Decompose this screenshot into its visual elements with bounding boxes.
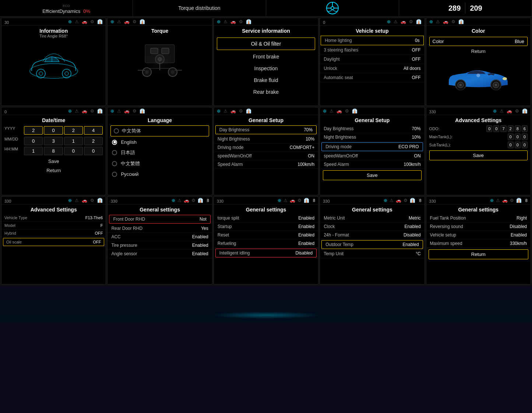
odo-d5[interactable]: 8 [515, 125, 521, 132]
daylight-row[interactable]: Daylight OFF [320, 55, 424, 64]
mt-d1[interactable]: 0 [508, 133, 514, 140]
genset2-header: 330 ⊕ ⚠ 🚗 ⚙ 👔 8 [214, 197, 318, 204]
speed-alarm-row-1[interactable]: Speed Alarm 100km/h [214, 160, 318, 169]
mt-d2[interactable]: 0 [515, 133, 521, 140]
eff-dyn-cell[interactable]: ECO EfficientDynamics 0% [0, 0, 133, 16]
night-brightness-row-2[interactable]: Night Brightness 10% [320, 133, 424, 142]
dt-save[interactable]: Save [4, 157, 103, 165]
day-d1[interactable]: 1 [64, 137, 83, 145]
genset4-return[interactable]: Return [429, 249, 528, 259]
outdoor-temp-row[interactable]: Outdoor Temp Enabled [321, 240, 423, 249]
front-brake-item[interactable]: Front brake [214, 51, 318, 63]
mt-d3[interactable]: 0 [522, 133, 528, 140]
driving-mode-row-2[interactable]: Driving mode ECO PRO [321, 142, 423, 151]
hybrid-row[interactable]: Hybrid OFF [1, 229, 106, 237]
acc-row[interactable]: ACC Enabled [108, 233, 212, 241]
odo-d6[interactable]: 6 [522, 125, 528, 132]
max-speed-row[interactable]: Maximum speed 330km/h [426, 239, 531, 248]
month-d2[interactable]: 3 [44, 137, 63, 145]
genset4-header: 330 ⊕ ⚠ 🚗 ⚙ 👔 8 [426, 197, 531, 204]
reversing-sound-row[interactable]: Reversing sound Disabled [426, 222, 531, 231]
fuel-tank-row[interactable]: Fuel Tank Position Right [426, 214, 531, 222]
day-brightness-row-1[interactable]: Day Brightness 70% [215, 125, 317, 134]
angle-sensor-row[interactable]: Angle sensor Enabled [108, 250, 212, 258]
car-icon-genset2: 🚗 [290, 198, 295, 203]
year-d4[interactable]: 4 [84, 126, 103, 135]
st-d2[interactable]: 0 [515, 142, 521, 148]
auto-seat-value: OFF [412, 75, 421, 80]
lang-cn-simplified[interactable]: 中文简体 [110, 125, 209, 136]
set-icon-s: ⚙ [239, 19, 243, 24]
night-brightness-row-1[interactable]: Night Brightness 10% [214, 135, 318, 143]
front-door-row[interactable]: Front Door RHD Not [109, 215, 210, 224]
year-d1[interactable]: 2 [24, 126, 43, 135]
speed-alarm-row-2[interactable]: Speed Alarm 100km/h [320, 160, 424, 169]
oil-scale-row[interactable]: Oil scale OFF [3, 238, 104, 246]
torque-split-row[interactable]: torque split Enabled [214, 214, 318, 222]
warn-icon-s: ⚠ [223, 19, 228, 24]
set-icon-as2: ⚙ [90, 198, 94, 203]
lang-japanese[interactable]: 日本語 [108, 147, 212, 158]
speed-warn-row-1[interactable]: speedWarnOnOff ON [214, 152, 318, 160]
color-return[interactable]: Return [429, 47, 528, 55]
warn-icon-as2: ⚠ [75, 198, 79, 203]
shirt-icon-gs1: 👔 [246, 108, 251, 114]
24h-format-row[interactable]: 24h - Format Disabled [320, 231, 424, 239]
lang-russian[interactable]: Русский [108, 169, 212, 179]
settings-icon-info: ⚙ [90, 19, 94, 24]
st-d1[interactable]: 0 [508, 142, 514, 148]
genset3-title: General settings [320, 204, 424, 214]
hour-d2[interactable]: 8 [44, 147, 63, 155]
odo-d2[interactable]: 0 [493, 125, 499, 132]
torque-card: ⊕ ⚠ 🚗 ⚙ 👔 Torque [107, 18, 212, 106]
auto-seat-row[interactable]: Automatic seat OFF [320, 73, 424, 82]
min-d1[interactable]: 0 [64, 147, 83, 155]
lang-cn-traditional[interactable]: 中文繁體 [108, 158, 212, 169]
hour-d1[interactable]: 1 [24, 147, 43, 155]
color-row[interactable]: Color Blue [429, 37, 528, 46]
unlock-row[interactable]: Unlock All doors [320, 64, 424, 73]
intelligent-idling-row[interactable]: Intelligent idling Disabled [215, 249, 317, 257]
steering-flashes-row[interactable]: 3 steering flashes OFF [320, 46, 424, 55]
loc-icon-as: ⊕ [493, 108, 497, 114]
home-lighting-row[interactable]: Home lighting 0s [321, 36, 423, 45]
brake-fluid-item[interactable]: Brake fluid [214, 74, 318, 86]
model-row[interactable]: Model F [1, 222, 106, 229]
driving-mode-row-1[interactable]: Driving mode COMFORT+ [214, 143, 318, 152]
month-d1[interactable]: 0 [24, 137, 43, 145]
min-d2[interactable]: 0 [84, 147, 103, 155]
metric-unit-row[interactable]: Metric Unit Metric [320, 214, 424, 222]
startup-row[interactable]: Startup Enabled [214, 222, 318, 231]
oil-filter-item[interactable]: Oil & Oil filter [217, 38, 315, 50]
odo-d4[interactable]: 2 [508, 125, 514, 132]
shirt-icon-gs2: 👔 [352, 108, 357, 114]
hhmm-row: HH:MM 1 8 0 0 [1, 146, 106, 156]
rear-brake-item[interactable]: Rear brake [214, 86, 318, 98]
odo-d1[interactable]: 0 [486, 125, 492, 132]
vehicle-type-row[interactable]: Vehicle Type F13-The6 [1, 214, 106, 222]
bmw-image-container [426, 57, 531, 93]
lang-english[interactable]: English [108, 137, 212, 147]
odo-d3[interactable]: 7 [500, 125, 506, 132]
tire-pressure-row[interactable]: Tire pressure Enabled [108, 241, 212, 250]
as-save[interactable]: Save [429, 150, 528, 160]
speed-warn-row-2[interactable]: speedWarnOnOff ON [320, 152, 424, 160]
general-setup-2-card: ⊕ ⚠ 🚗 ⚙ 👔 General Setup Day Brightness 7… [320, 107, 424, 195]
dt-header: 0 ⊕ ⚠ 🚗 ⚙ 👔 [1, 107, 106, 115]
st-d3[interactable]: 0 [522, 142, 528, 148]
gs2-save[interactable]: Save [323, 170, 421, 180]
day-d2[interactable]: 2 [84, 137, 103, 145]
refueling-row[interactable]: Refueling Enabled [214, 239, 318, 248]
rear-door-row[interactable]: Rear Door RHD Yes [108, 224, 212, 233]
year-d2[interactable]: 0 [44, 126, 63, 135]
temp-unit-row[interactable]: Temp Unit °C [320, 250, 424, 258]
loc-icon-l: ⊕ [110, 108, 114, 114]
reset-row[interactable]: Reset Enabled [214, 231, 318, 239]
vehicle-setup-row2[interactable]: Vehicle setup Enabled [426, 231, 531, 239]
inspection-item[interactable]: Inspection [214, 63, 318, 74]
dt-return[interactable]: Return [4, 167, 103, 174]
clock-row[interactable]: Clock Enabled [320, 222, 424, 231]
dt-title: Date/time [1, 115, 106, 125]
day-brightness-row-2[interactable]: Day Brightness 70% [320, 125, 424, 133]
year-d3[interactable]: 2 [64, 126, 83, 135]
